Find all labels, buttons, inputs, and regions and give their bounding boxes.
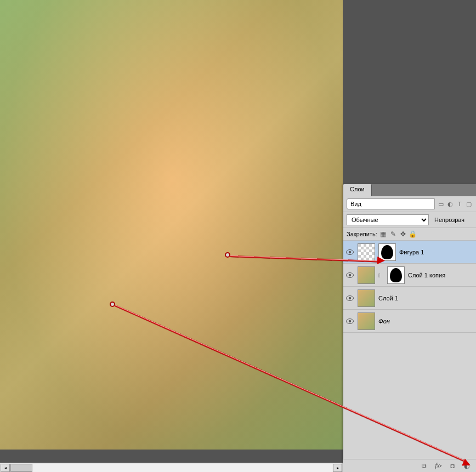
filter-icons: ▭ ◐ T ▢ xyxy=(437,200,473,208)
svg-point-3 xyxy=(349,274,351,276)
filter-shape-icon[interactable]: ▢ xyxy=(465,200,473,208)
horizontal-scrollbar[interactable]: ◂ ▸ xyxy=(0,463,343,472)
layer-thumbnail[interactable] xyxy=(358,243,375,261)
eye-icon xyxy=(346,295,354,301)
document-image[interactable] xyxy=(0,0,343,450)
link-icon: 𓍯 xyxy=(378,272,384,278)
layer-search-input[interactable] xyxy=(347,198,435,209)
panel-tabs: Слои xyxy=(343,184,476,196)
lock-pixels-icon[interactable]: ✎ xyxy=(389,230,397,238)
scroll-track[interactable] xyxy=(10,464,332,472)
lock-all-icon[interactable]: 🔒 xyxy=(409,230,417,238)
layer-name-label[interactable]: Фон xyxy=(378,318,474,325)
visibility-toggle[interactable] xyxy=(345,248,354,257)
blend-row: Обычные Непрозрач xyxy=(343,212,476,228)
blend-mode-select[interactable]: Обычные xyxy=(347,214,429,225)
layers-panel: Слои ▭ ◐ T ▢ Обычные Непрозрач Закрепить… xyxy=(343,184,476,472)
lock-position-icon[interactable]: ✥ xyxy=(399,230,407,238)
layer-thumbnail[interactable] xyxy=(358,266,375,284)
scroll-right-button[interactable]: ▸ xyxy=(333,464,342,472)
scroll-thumb[interactable] xyxy=(10,464,32,472)
layer-row[interactable]: Фон xyxy=(343,310,476,333)
annotation-arrow-head xyxy=(377,257,385,264)
svg-point-7 xyxy=(349,320,351,322)
fx-icon[interactable]: fx▾ xyxy=(433,461,443,471)
layer-row[interactable]: Слой 1 xyxy=(343,287,476,310)
tab-layers[interactable]: Слои xyxy=(343,184,372,196)
annotation-arrow-start xyxy=(225,252,230,258)
svg-point-5 xyxy=(349,297,351,299)
layer-mask-thumbnail[interactable] xyxy=(387,266,405,284)
link-layers-icon[interactable]: ⧉ xyxy=(419,461,429,471)
eye-icon xyxy=(346,319,354,324)
visibility-toggle[interactable] xyxy=(345,317,354,326)
panel-spacer xyxy=(343,333,476,472)
layer-row[interactable]: 𓍯 Слой 1 копия xyxy=(343,264,476,287)
lock-label: Закрепить: xyxy=(347,231,377,237)
search-row: ▭ ◐ T ▢ xyxy=(343,196,476,212)
layer-thumbnail[interactable] xyxy=(358,312,375,330)
panel-bottom-bar: ⧉ fx▾ ◘ ◐ xyxy=(343,459,476,472)
scroll-left-button[interactable]: ◂ xyxy=(1,464,10,472)
layer-name-label[interactable]: Слой 1 копия xyxy=(408,272,474,278)
filter-adjust-icon[interactable]: ◐ xyxy=(446,200,454,208)
canvas-area[interactable] xyxy=(0,0,343,450)
eye-icon xyxy=(346,249,354,255)
visibility-toggle[interactable] xyxy=(345,271,354,280)
add-mask-icon[interactable]: ◘ xyxy=(447,461,457,471)
layer-name-label[interactable]: Фигура 1 xyxy=(399,249,474,255)
filter-image-icon[interactable]: ▭ xyxy=(437,200,445,208)
layer-name-label[interactable]: Слой 1 xyxy=(378,295,474,302)
layer-thumbnail[interactable] xyxy=(358,289,375,307)
filter-text-icon[interactable]: T xyxy=(456,200,463,208)
lock-transparent-icon[interactable]: ▦ xyxy=(379,230,387,238)
lock-row: Закрепить: ▦ ✎ ✥ 🔒 xyxy=(343,228,476,241)
eye-icon xyxy=(346,272,354,278)
layers-list: Фигура 1 𓍯 Слой 1 копия Слой 1 Фон xyxy=(343,241,476,333)
opacity-label: Непрозрач xyxy=(434,217,464,223)
visibility-toggle[interactable] xyxy=(345,294,354,303)
svg-point-1 xyxy=(349,251,351,253)
